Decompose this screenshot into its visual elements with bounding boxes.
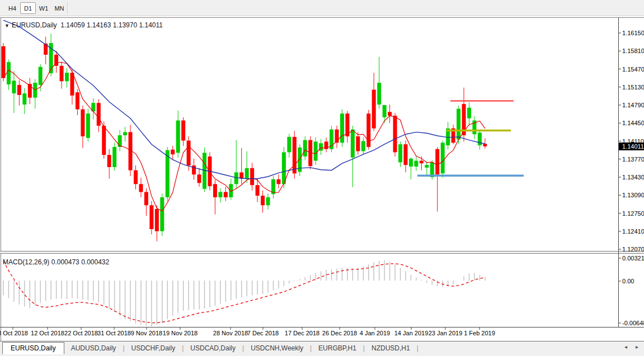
- bear-candle: [17, 85, 21, 95]
- bull-candle: [65, 73, 69, 81]
- bear-candle: [198, 174, 201, 183]
- bull-candle: [314, 141, 318, 160]
- date-axis-label: 9 Nov 2018: [131, 330, 162, 336]
- ma-fast-line: [3, 63, 485, 211]
- bull-candle: [7, 62, 11, 84]
- bull-candle: [383, 105, 387, 117]
- bull-candle: [303, 140, 307, 156]
- bear-candle: [139, 184, 143, 192]
- macd-signal-value: 0.000432: [81, 258, 109, 266]
- bear-candle: [435, 149, 439, 175]
- date-axis-label: 17 Dec 2018: [285, 330, 319, 336]
- bear-candle: [293, 137, 297, 173]
- timeframe-button-mn[interactable]: MN: [51, 2, 67, 14]
- ohlc-open: 1.14059: [60, 21, 84, 29]
- tab-scroll-left-icon[interactable]: ◂: [624, 344, 627, 350]
- date-axis-label: 23 Jan 2019: [429, 330, 463, 336]
- bear-candle: [250, 168, 254, 185]
- bear-candle: [356, 136, 360, 151]
- tab-usdcad-daily[interactable]: USDCAD,Daily: [184, 343, 242, 354]
- timeframe-button-d1[interactable]: D1: [20, 2, 36, 14]
- bear-candle: [483, 144, 487, 146]
- date-axis-label: 1 Feb 2019: [464, 330, 495, 336]
- bear-candle: [76, 92, 79, 109]
- tab-eurusd-daily[interactable]: EURUSD,Daily: [2, 342, 64, 354]
- bull-candle: [86, 113, 90, 138]
- bull-candle: [478, 132, 482, 145]
- tab-audusd-daily[interactable]: AUDUSD,Daily: [64, 343, 123, 354]
- timeframe-button-h4[interactable]: H4: [4, 2, 20, 14]
- tab-usdcnh-weekly[interactable]: USDCNH,Weekly: [244, 343, 310, 354]
- bull-candle: [39, 67, 43, 85]
- price-axis-label: 1.12410: [622, 228, 644, 235]
- macd-axis-label: 0.00: [622, 278, 634, 284]
- bull-candle: [266, 197, 270, 205]
- price-axis-label: 1.12070: [622, 246, 644, 253]
- price-axis-label: 1.14450: [622, 120, 644, 126]
- ohlc-high: 1.14163: [87, 21, 111, 29]
- tab-nzdusd-h1[interactable]: NZDUSD,H1: [365, 343, 417, 354]
- bull-candle: [467, 108, 471, 118]
- bear-candle: [335, 130, 339, 143]
- ohlc-low: 1.13970: [113, 21, 137, 29]
- toolbar-separator: [67, 2, 68, 15]
- bear-candle: [224, 192, 228, 197]
- bull-candle: [441, 143, 445, 173]
- bull-candle: [414, 161, 418, 167]
- bull-candle: [425, 165, 429, 168]
- bull-candle: [398, 144, 402, 162]
- price-axis-label: 1.13430: [622, 174, 644, 181]
- tab-usdchf-daily[interactable]: USDCHF,Daily: [125, 343, 182, 354]
- bull-candle: [361, 141, 365, 151]
- bear-candle: [372, 89, 376, 128]
- price-axis-label: 1.13770: [622, 156, 644, 163]
- bull-candle: [287, 137, 291, 153]
- bear-candle: [60, 66, 64, 82]
- date-axis-label: 22 Oct 2018: [64, 330, 98, 336]
- date-axis-label: 28 Nov 2018: [213, 330, 248, 336]
- price-axis-label: 1.15810: [622, 48, 644, 54]
- bull-candle: [123, 132, 127, 135]
- bull-candle: [160, 197, 164, 231]
- chart-window[interactable]: ▼EURUSD,Daily 1.14059 1.14163 1.13970 1.…: [0, 17, 644, 341]
- chart-title: ▼EURUSD,Daily 1.14059 1.14163 1.13970 1.…: [4, 21, 163, 29]
- bull-candle: [118, 135, 122, 147]
- bear-candle: [388, 112, 392, 116]
- macd-indicator-label: MACD(12,26,9) 0.000473 0.000432: [3, 258, 109, 266]
- tab-scroll-right-icon[interactable]: ▸: [636, 344, 638, 350]
- bear-candle: [149, 205, 153, 229]
- tab-eurgbp-h1[interactable]: EURGBP,H1: [312, 343, 363, 354]
- bear-candle: [420, 161, 424, 164]
- price-axis-label: 1.16150: [622, 30, 644, 36]
- timeframe-button-w1[interactable]: W1: [36, 2, 51, 14]
- current-price-badge: 1.14011: [619, 143, 644, 150]
- bear-candle: [171, 150, 175, 155]
- bear-candle: [261, 196, 265, 205]
- bear-candle: [144, 192, 148, 206]
- bear-candle: [102, 126, 106, 155]
- bear-candle: [403, 144, 407, 165]
- chart-symbol-label: EURUSD,Daily: [12, 21, 57, 29]
- collapse-triangle-icon[interactable]: ▼: [4, 23, 10, 29]
- pane-divider: [0, 251, 644, 254]
- ohlc-close: 1.14011: [139, 21, 163, 29]
- bear-candle: [213, 184, 217, 197]
- macd-axis-label: -0.006485: [622, 320, 644, 326]
- date-axis-label: 4 Jan 2019: [360, 330, 390, 336]
- bull-candle: [234, 172, 238, 184]
- price-chart-canvas[interactable]: [0, 17, 644, 341]
- bear-candle: [187, 141, 191, 166]
- bear-candle: [155, 209, 159, 231]
- bull-candle: [112, 147, 116, 167]
- macd-name: MACD(12,26,9): [3, 258, 49, 266]
- timeframe-toolbar: H4D1W1MN: [0, 0, 644, 16]
- bull-candle: [218, 192, 222, 197]
- bull-candle: [340, 113, 344, 143]
- bull-candle: [351, 130, 355, 158]
- tab-separator: |: [417, 344, 419, 352]
- bear-candle: [70, 73, 74, 96]
- bear-candle: [134, 170, 138, 184]
- bear-candle: [366, 113, 370, 147]
- mt4-terminal-window: H4D1W1MN ▼EURUSD,Daily 1.14059 1.14163 1…: [0, 0, 644, 356]
- date-axis-label: 7 Dec 2018: [247, 330, 279, 336]
